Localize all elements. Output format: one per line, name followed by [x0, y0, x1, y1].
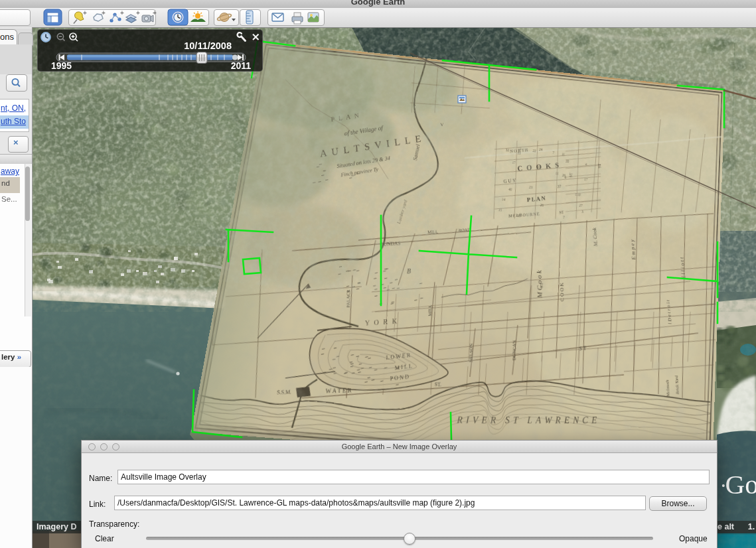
svg-text:+: +: [153, 9, 157, 17]
svg-text:+: +: [136, 9, 140, 17]
svg-text:10/11/2008: 10/11/2008: [184, 40, 232, 51]
svg-text:+: +: [102, 9, 106, 17]
svg-text:+: +: [83, 9, 87, 17]
svg-text:2011: 2011: [231, 60, 252, 71]
svg-text:+: +: [120, 9, 124, 17]
svg-text:1995: 1995: [51, 60, 72, 71]
